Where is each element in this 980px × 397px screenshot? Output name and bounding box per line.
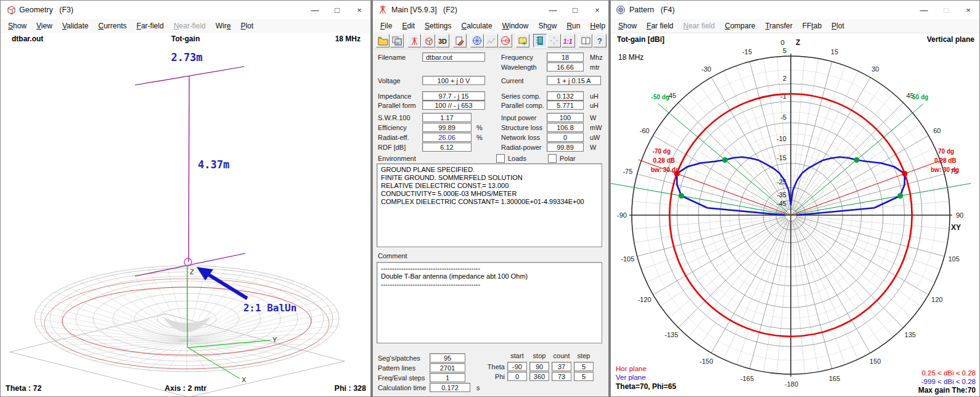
red-annotation-right-2: 0.28 dB — [934, 157, 957, 164]
polar-checkbox[interactable]: Polar — [548, 154, 576, 163]
field-input-s-w-r-100[interactable]: 1.17 — [422, 113, 472, 122]
menu-item-validate[interactable]: Validate — [57, 19, 94, 33]
field-input-rdf-db[interactable]: 6.12 — [422, 142, 472, 152]
sweep-theta-stop[interactable]: 90 — [529, 362, 549, 371]
polar-checkbox-box[interactable] — [548, 154, 557, 163]
red-dot — [902, 171, 907, 176]
menu-item-view[interactable]: View — [31, 19, 57, 33]
menu-item-calculate[interactable]: Calculate — [457, 19, 497, 33]
field-input-impedance[interactable]: 97.7 - j 15 — [422, 91, 485, 100]
toolbar-save-files-button[interactable] — [390, 34, 404, 47]
menu-item-show[interactable]: Show — [3, 19, 31, 33]
geometry-maximize-button[interactable]: □ — [326, 1, 348, 19]
top-bar-length-label: 2.73m — [171, 51, 202, 63]
toolbar-help-button[interactable]: ? — [593, 34, 606, 47]
toolbar-antenna-button[interactable] — [407, 34, 421, 47]
menu-item-currents[interactable]: Currents — [93, 19, 131, 33]
menu-item-window[interactable]: Window — [497, 19, 534, 33]
menu-item-compare[interactable]: Compare — [720, 19, 760, 33]
stat-value-freq-eval-steps[interactable]: 1 — [430, 373, 465, 382]
environment-box[interactable]: GROUND PLANE SPECIFIED.FINITE GROUND. SO… — [377, 163, 602, 247]
menu-item-transfer[interactable]: Transfer — [760, 19, 797, 33]
menu-item-far-field[interactable]: Far field — [642, 19, 678, 33]
toolbar-geometry-cube-button[interactable] — [422, 34, 435, 47]
menu-item-settings[interactable]: Settings — [420, 19, 456, 33]
menu-item-far-field[interactable]: Far-field — [132, 19, 169, 33]
documents-icon — [581, 36, 591, 45]
menu-item-wire[interactable]: Wire — [211, 19, 236, 33]
field-input-network-loss[interactable]: 0 — [547, 133, 584, 142]
toolbar-view-output-button[interactable] — [516, 34, 529, 47]
pattern-close-button[interactable]: × — [957, 1, 979, 19]
field-input-parallel-form[interactable]: 100 // - j 653 — [422, 100, 485, 110]
sweep-phi-stop[interactable]: 360 — [529, 372, 549, 381]
menu-item-plot[interactable]: Plot — [235, 19, 258, 33]
toolbar-optimizer-button[interactable] — [547, 34, 561, 47]
sweep-phi-count[interactable]: 73 — [552, 372, 571, 381]
db-ring-label: 5 — [783, 47, 786, 54]
menu-item-show[interactable]: Show — [533, 19, 561, 33]
stat-value-pattern-lines[interactable]: 2701 — [430, 363, 465, 372]
loads-checkbox[interactable]: Loads — [496, 154, 526, 163]
stat-value-seg-s-patches[interactable]: 95 — [430, 353, 465, 362]
stat-label-freq-eval-steps: Freq/Eval steps — [378, 374, 425, 382]
green-dot — [679, 193, 684, 198]
menu-item-edit[interactable]: Edit — [397, 19, 420, 33]
db-ring-label: -10 — [777, 135, 786, 142]
field-input-series-comp[interactable]: 0.132 — [547, 91, 584, 100]
toolbar-documents-button[interactable] — [579, 34, 592, 47]
field-input-voltage[interactable]: 100 + j 0 V — [422, 76, 485, 85]
field-input-structure-loss[interactable]: 106.8 — [547, 123, 584, 132]
field-input-parallel-comp[interactable]: 5.771 — [547, 100, 584, 110]
main-minimize-button[interactable]: — — [542, 1, 564, 19]
main-maximize-button[interactable]: □ — [564, 1, 586, 19]
toolbar-smith-chart-button[interactable] — [499, 34, 512, 47]
angle-label: -90 — [617, 211, 627, 219]
comment-box[interactable]: ----------------------------------------… — [377, 262, 602, 343]
sweep-phi-start[interactable]: 0 — [507, 372, 527, 381]
field-input-current[interactable]: 1 + j 0.15 A — [547, 76, 601, 85]
field-input-wavelength[interactable]: 16.66 — [547, 62, 584, 72]
sweep-phi-step[interactable]: 5 — [574, 372, 594, 381]
geometry-canvas[interactable]: 2.73m 4.37m 2:1 BalUn Z Y X Theta : 72 A… — [1, 45, 370, 397]
stat-value-calculation-time[interactable]: 0.172 — [430, 383, 470, 392]
sweep-theta-count[interactable]: 37 — [552, 362, 571, 371]
pattern-polar-chart[interactable]: 15-1530-3045-4560-6075-7590-90105-105120… — [611, 33, 979, 397]
main-close-button[interactable]: × — [586, 1, 608, 19]
toolbar-notebook-button[interactable] — [533, 34, 547, 47]
toolbar-far-field-button[interactable] — [470, 34, 484, 47]
stat-label-pattern-lines: Pattern lines — [378, 364, 415, 372]
angle-label: -75 — [623, 168, 632, 175]
toolbar-edit-file-button[interactable] — [453, 34, 467, 47]
menu-item-show[interactable]: Show — [613, 19, 642, 33]
sweep-theta-start[interactable]: -90 — [507, 362, 527, 371]
pattern-maximize-button[interactable]: □ — [935, 1, 957, 19]
environment-label: Environment — [378, 155, 416, 162]
menu-item-file[interactable]: File — [375, 19, 397, 33]
loads-checkbox-box[interactable] — [496, 154, 505, 163]
field-input-radiat-power[interactable]: 99.89 — [547, 142, 584, 152]
pattern-minimize-button[interactable]: — — [913, 1, 935, 19]
geometry-minimize-button[interactable]: — — [304, 1, 326, 19]
menu-item-plot[interactable]: Plot — [827, 19, 849, 33]
sweep-theta-step[interactable]: 5 — [574, 362, 594, 371]
field-input-input-power[interactable]: 100 — [547, 113, 584, 122]
geometry-header-row: dtbar.out Tot-gain 18 MHz — [1, 33, 370, 45]
field-input-filename[interactable]: dtbar.out — [422, 52, 485, 62]
toolbar-scale-1-1-button[interactable]: 1:1 — [561, 34, 575, 47]
geometry-close-button[interactable]: × — [348, 1, 370, 19]
toolbar-open-folder-button[interactable] — [376, 34, 390, 47]
menu-item-run[interactable]: Run — [561, 19, 585, 33]
toolbar-line-chart-button[interactable] — [484, 34, 498, 47]
toolbar-3d-view-button[interactable]: 3D — [436, 34, 449, 47]
menu-item-near-field: Near-field — [169, 19, 211, 33]
field-input-frequency[interactable]: 18 — [547, 52, 584, 62]
sweep-row-label-phi: Phi — [483, 373, 505, 380]
menu-item-help[interactable]: Help — [585, 19, 609, 33]
pattern-window-icon — [616, 5, 626, 15]
field-input-efficiency[interactable]: 99.89 — [422, 123, 472, 132]
menu-item-fftab[interactable]: FFtab — [798, 19, 827, 33]
angle-label: 165 — [829, 375, 840, 382]
field-label-network-loss: Network loss — [501, 134, 540, 141]
field-input-radiat-eff[interactable]: 26.06 — [422, 133, 472, 142]
